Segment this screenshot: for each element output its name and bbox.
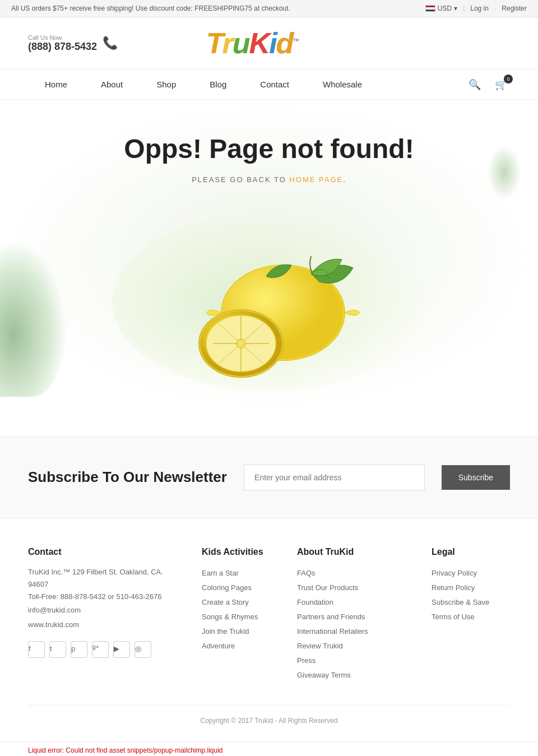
footer-link-songs-rhymes[interactable]: Songs & Rhymes xyxy=(202,610,280,624)
footer-contact: Contact TruKid Inc.™ 129 Filbert St. Oak… xyxy=(28,547,185,683)
footer-bottom: Copyright © 2017 Trukid - All Rights Res… xyxy=(28,705,510,725)
register-link[interactable]: Register xyxy=(502,4,527,12)
contact-email[interactable]: info@trukid.com xyxy=(28,603,185,618)
nav-blog[interactable]: Blog xyxy=(193,69,243,99)
footer-link-partners[interactable]: Partners and Friends xyxy=(297,610,415,624)
liquid-error-bar: Liquid error: Could not find asset snipp… xyxy=(0,741,538,756)
lemon-svg xyxy=(163,215,375,388)
footer-link-adventure[interactable]: Adventure xyxy=(202,639,280,653)
liquid-error-message: Liquid error: Could not find asset snipp… xyxy=(28,746,223,754)
instagram-icon[interactable]: ◎ xyxy=(134,641,151,658)
copyright: Copyright © 2017 Trukid - All Rights Res… xyxy=(201,717,338,725)
error-title: Opps! Page not found! xyxy=(11,133,527,164)
footer-contact-heading: Contact xyxy=(28,547,185,557)
footer-kids-activities: Kids Activities Earn a Star Coloring Pag… xyxy=(202,547,280,683)
currency-selector[interactable]: USD ▾ xyxy=(425,4,457,12)
header: Call Us Now (888) 878-5432 📞 TruKid™ xyxy=(0,17,538,69)
divider2: · xyxy=(494,4,496,12)
header-left: Call Us Now (888) 878-5432 📞 xyxy=(28,34,118,53)
currency-label: USD xyxy=(438,4,452,12)
social-icons: f t p g+ ▶ ◎ xyxy=(28,641,185,658)
footer-kids-heading: Kids Activities xyxy=(202,547,280,557)
footer-link-earn-star[interactable]: Earn a Star xyxy=(202,566,280,581)
footer-link-return[interactable]: Return Policy xyxy=(432,581,510,595)
error-subtitle: PLEASE GO BACK TO HOME PAGE. xyxy=(11,175,527,184)
flag-icon xyxy=(425,5,435,12)
footer-contact-info: TruKid Inc.™ 129 Filbert St. Oakland, CA… xyxy=(28,566,185,632)
top-bar: All US orders $75+ receive free shipping… xyxy=(0,0,538,17)
contact-address: TruKid Inc.™ 129 Filbert St. Oakland, CA… xyxy=(28,568,163,588)
phone-number: (888) 878-5432 xyxy=(28,41,97,53)
footer-link-review[interactable]: Review Trukid xyxy=(297,639,415,653)
newsletter-section: Subscribe To Our Newsletter Subscribe xyxy=(0,436,538,519)
chevron-down-icon: ▾ xyxy=(454,4,457,12)
footer-about-trukid: About TruKid FAQs Trust Our Products Fou… xyxy=(297,547,415,683)
footer-link-faqs[interactable]: FAQs xyxy=(297,566,415,581)
nav-home[interactable]: Home xyxy=(28,69,84,99)
svg-point-9 xyxy=(236,339,245,348)
footer-link-trust-products[interactable]: Trust Our Products xyxy=(297,581,415,595)
nav-about[interactable]: About xyxy=(84,69,140,99)
footer-grid: Contact TruKid Inc.™ 129 Filbert St. Oak… xyxy=(28,547,510,683)
footer: Contact TruKid Inc.™ 129 Filbert St. Oak… xyxy=(0,519,538,741)
youtube-icon[interactable]: ▶ xyxy=(113,641,130,658)
cart-button[interactable]: 🛒 0 xyxy=(492,76,510,94)
top-bar-right: USD ▾ | Log in · Register xyxy=(425,4,527,12)
logo-text: TruKid™ xyxy=(206,27,299,59)
newsletter-subscribe-button[interactable]: Subscribe xyxy=(442,465,510,490)
promo-text: All US orders $75+ receive free shipping… xyxy=(11,4,290,12)
footer-link-foundation[interactable]: Foundation xyxy=(297,595,415,610)
contact-website[interactable]: www.trukid.com xyxy=(28,618,185,632)
google-plus-icon[interactable]: g+ xyxy=(92,641,109,658)
footer-legal-heading: Legal xyxy=(432,547,510,557)
contact-tollfree: Toll-Free: 888-878-5432 or 510-463-2676 xyxy=(28,592,162,601)
call-us-label: Call Us Now xyxy=(28,34,97,41)
divider: | xyxy=(463,4,465,12)
phone-info: Call Us Now (888) 878-5432 xyxy=(28,34,97,53)
footer-link-terms[interactable]: Terms of Use xyxy=(432,610,510,624)
footer-link-international[interactable]: International Retailers xyxy=(297,624,415,639)
footer-link-coloring-pages[interactable]: Coloring Pages xyxy=(202,581,280,595)
nav-shop[interactable]: Shop xyxy=(140,69,193,99)
nav-contact[interactable]: Contact xyxy=(243,69,306,99)
pinterest-icon[interactable]: p xyxy=(71,641,87,658)
footer-link-create-story[interactable]: Create a Story xyxy=(202,595,280,610)
nav-wholesale[interactable]: Wholesale xyxy=(306,69,379,99)
twitter-icon[interactable]: t xyxy=(49,641,66,658)
home-link[interactable]: HOME PAGE xyxy=(289,175,343,184)
footer-link-privacy[interactable]: Privacy Policy xyxy=(432,566,510,581)
footer-link-giveaway[interactable]: Giveaway Terms xyxy=(297,668,415,683)
error-section: Opps! Page not found! PLEASE GO BACK TO … xyxy=(0,100,538,414)
cart-count: 0 xyxy=(504,75,513,84)
login-link[interactable]: Log in xyxy=(470,4,489,12)
footer-link-press[interactable]: Press xyxy=(297,653,415,668)
footer-link-join-trukid[interactable]: Join the Trukid xyxy=(202,624,280,639)
footer-link-subscribe-save[interactable]: Subscribe & Save xyxy=(432,595,510,610)
footer-about-heading: About TruKid xyxy=(297,547,415,557)
search-button[interactable]: 🔍 xyxy=(466,76,484,94)
facebook-icon[interactable]: f xyxy=(28,641,45,658)
lemon-illustration xyxy=(11,201,527,402)
logo[interactable]: TruKid™ xyxy=(206,29,299,58)
nav-links: Home About Shop Blog Contact Wholesale xyxy=(28,69,379,99)
footer-legal: Legal Privacy Policy Return Policy Subsc… xyxy=(432,547,510,683)
navigation: Home About Shop Blog Contact Wholesale 🔍… xyxy=(0,69,538,100)
newsletter-email-input[interactable] xyxy=(244,465,425,490)
newsletter-title: Subscribe To Our Newsletter xyxy=(28,468,227,487)
nav-right: 🔍 🛒 0 xyxy=(466,76,510,94)
phone-icon: 📞 xyxy=(103,36,118,50)
